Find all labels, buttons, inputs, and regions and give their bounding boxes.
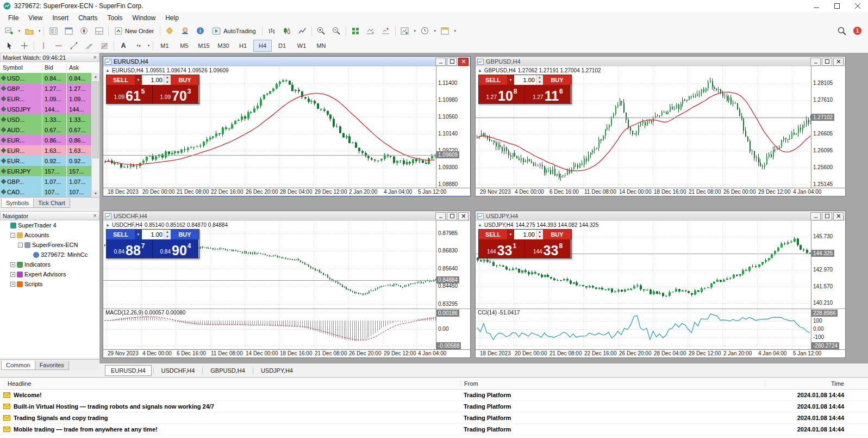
chart-minimize-button[interactable] bbox=[435, 212, 446, 220]
terminal-mail-row[interactable]: Trading Signals and copy tradingTrading … bbox=[0, 412, 868, 424]
timeframe-button-m30[interactable]: M30 bbox=[214, 40, 233, 52]
tree-expand-toggle[interactable]: + bbox=[10, 262, 15, 267]
timeframe-button-m15[interactable]: M15 bbox=[195, 40, 213, 52]
market-watch-scrollbar[interactable]: ▲ ▼ bbox=[91, 73, 99, 197]
close-icon[interactable]: × bbox=[93, 213, 97, 219]
timeframe-button-h4[interactable]: H4 bbox=[253, 40, 272, 52]
sell-dropdown[interactable]: ▾ bbox=[507, 75, 514, 85]
templates-button[interactable] bbox=[438, 24, 452, 38]
timeframe-button-d1[interactable]: D1 bbox=[273, 40, 291, 52]
tab-favorites[interactable]: Favorites bbox=[35, 361, 69, 370]
market-watch-button[interactable] bbox=[46, 24, 60, 38]
tree-item-indicators[interactable]: +Indicators bbox=[0, 260, 99, 269]
volume-down-button[interactable]: ▼ bbox=[164, 80, 171, 85]
volume-up-button[interactable]: ▲ bbox=[164, 75, 171, 80]
menu-item-file[interactable]: File bbox=[3, 13, 23, 23]
candlestick-type-button[interactable] bbox=[280, 24, 294, 38]
bar-chart-type-button[interactable] bbox=[265, 24, 279, 38]
fibonacci-tool-button[interactable] bbox=[97, 39, 111, 52]
new-order-button[interactable]: New Order bbox=[111, 24, 158, 38]
periods-dropdown[interactable]: ▾ bbox=[433, 25, 438, 37]
vertical-line-tool-button[interactable] bbox=[36, 39, 51, 52]
timeframe-button-h1[interactable]: H1 bbox=[234, 40, 252, 52]
maximize-button[interactable] bbox=[827, 0, 847, 12]
menu-item-insert[interactable]: Insert bbox=[47, 13, 73, 23]
sell-dropdown[interactable]: ▾ bbox=[135, 75, 142, 85]
navigator-header[interactable]: Navigator × bbox=[0, 211, 99, 220]
chart-shift-button[interactable] bbox=[379, 24, 393, 38]
close-button[interactable] bbox=[847, 0, 868, 12]
menu-item-charts[interactable]: Charts bbox=[73, 13, 102, 23]
market-watch-row[interactable]: EUR...0.86...0.86... bbox=[0, 135, 91, 145]
arrows-tool-button[interactable] bbox=[132, 39, 146, 52]
chart-close-button[interactable] bbox=[458, 212, 469, 220]
market-watch-row[interactable]: EUR...0.92...0.92... bbox=[0, 156, 91, 166]
buy-price[interactable]: 1.27116 bbox=[524, 85, 571, 103]
chart-close-button[interactable] bbox=[833, 58, 844, 66]
navigator-button[interactable] bbox=[77, 24, 91, 38]
info-button[interactable] bbox=[193, 24, 207, 38]
scrollbar-thumb[interactable] bbox=[92, 81, 99, 158]
menu-item-tools[interactable]: Tools bbox=[103, 13, 128, 23]
market-watch-row[interactable]: CAD...107...107... bbox=[0, 187, 91, 197]
tree-item-accounts[interactable]: -Accounts bbox=[0, 230, 99, 240]
arrows-tool-dropdown[interactable]: ▾ bbox=[146, 40, 151, 52]
timeframe-button-m5[interactable]: M5 bbox=[175, 40, 193, 52]
terminal-mail-row[interactable]: Built-in Virtual Hosting — trading robot… bbox=[0, 401, 868, 412]
buy-button[interactable]: BUY bbox=[171, 230, 199, 239]
tree-expand-toggle[interactable]: - bbox=[10, 233, 15, 238]
periods-button[interactable] bbox=[418, 24, 432, 38]
buy-price[interactable]: 144338 bbox=[524, 239, 571, 258]
new-chart-dropdown[interactable]: ▾ bbox=[17, 25, 22, 37]
sell-dropdown[interactable]: ▾ bbox=[135, 230, 142, 239]
buy-price[interactable]: 0.84904 bbox=[152, 239, 198, 258]
volume-down-button[interactable]: ▼ bbox=[536, 80, 543, 85]
autotrading-button[interactable]: AutoTrading bbox=[208, 24, 260, 38]
horizontal-line-tool-button[interactable] bbox=[52, 39, 66, 52]
chart-window-titlebar[interactable]: USDJPY,H4 bbox=[476, 211, 845, 221]
buy-button[interactable]: BUY bbox=[543, 75, 571, 85]
indicators-dropdown[interactable]: ▾ bbox=[413, 25, 417, 37]
volume-input[interactable] bbox=[514, 75, 536, 85]
menu-item-help[interactable]: Help bbox=[160, 13, 184, 23]
auto-scroll-button[interactable] bbox=[364, 24, 378, 38]
volume-input[interactable] bbox=[142, 75, 164, 85]
tree-item-superforex-ecn[interactable]: -SuperForex-ECN bbox=[0, 240, 99, 250]
sell-price[interactable]: 0.84887 bbox=[107, 239, 152, 258]
tab-common[interactable]: Common bbox=[1, 361, 35, 370]
crosshair-tool-button[interactable] bbox=[17, 39, 32, 52]
market-watch-row[interactable]: USD...1.33...1.33... bbox=[0, 114, 91, 125]
market-watch-row[interactable]: USD...0.84...0.84... bbox=[0, 73, 91, 83]
timeframe-button-mn[interactable]: MN bbox=[312, 40, 330, 52]
chart-tab-gbpusd-h4[interactable]: GBPUSD,H4 bbox=[204, 365, 251, 376]
support-button[interactable] bbox=[178, 24, 192, 38]
minimize-button[interactable] bbox=[806, 0, 827, 12]
chart-tab-eurusd-h4[interactable]: EURUSD,H4 bbox=[105, 365, 152, 376]
market-watch-row[interactable]: EUR...1.09...1.09... bbox=[0, 94, 91, 104]
chart-minimize-button[interactable] bbox=[810, 212, 821, 220]
text-tool-button[interactable]: A bbox=[116, 39, 130, 52]
tile-windows-button[interactable] bbox=[348, 24, 363, 38]
volume-up-button[interactable]: ▲ bbox=[164, 230, 171, 235]
menu-item-window[interactable]: Window bbox=[128, 13, 161, 23]
market-watch-row[interactable]: USDJPY144...144... bbox=[0, 104, 91, 114]
zoom-out-button[interactable] bbox=[329, 24, 344, 38]
profiles-dropdown[interactable]: ▾ bbox=[37, 25, 42, 37]
chart-maximize-button[interactable] bbox=[822, 212, 832, 220]
profiles-button[interactable] bbox=[22, 24, 36, 38]
new-chart-button[interactable] bbox=[2, 24, 16, 38]
search-icon[interactable] bbox=[835, 24, 849, 38]
tree-item-3279672-minhcc[interactable]: 3279672: MinhCc bbox=[0, 250, 99, 260]
chart-maximize-button[interactable] bbox=[447, 212, 457, 220]
chart-window-titlebar[interactable]: GBPUSD,H4 bbox=[476, 57, 845, 66]
chart-window-titlebar[interactable]: USDCHF,H4 bbox=[103, 211, 470, 221]
chart-tab-usdjpy-h4[interactable]: USDJPY,H4 bbox=[255, 365, 299, 376]
chart-tab-usdchf-h4[interactable]: USDCHF,H4 bbox=[155, 365, 201, 376]
sell-button[interactable]: SELL bbox=[107, 230, 135, 239]
sell-price[interactable]: 144331 bbox=[479, 239, 524, 258]
chart-minimize-button[interactable] bbox=[435, 58, 446, 66]
market-watch-row[interactable]: EUR...1.63...1.63... bbox=[0, 145, 91, 156]
volume-up-button[interactable]: ▲ bbox=[536, 230, 543, 235]
chart-minimize-button[interactable] bbox=[810, 58, 821, 66]
buy-button[interactable]: BUY bbox=[171, 75, 199, 85]
